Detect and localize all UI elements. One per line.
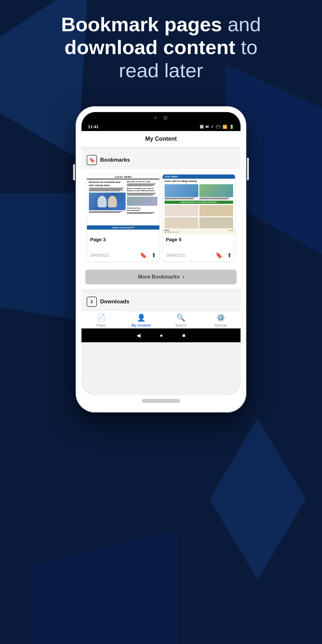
check-icon: ✓ xyxy=(211,125,214,129)
phone-screen: 11:41 🖼 ✉ ✓ 📳 📶 🔋 My Content xyxy=(81,112,241,395)
vibrate-icon: 📳 xyxy=(216,125,221,129)
page5-label: Page 5 xyxy=(166,237,232,242)
bookmark-icon-card1[interactable]: 🔖 xyxy=(140,252,147,259)
bookmark-card-page3[interactable]: LOCAL NEWS Honours for husband and wife … xyxy=(87,174,160,262)
bottom-navigation: 📄 Paper 👤 My Content 🔍 Search ⚙️ Setting… xyxy=(81,311,241,328)
nav-my-content[interactable]: 👤 My Content xyxy=(121,314,161,327)
app-screen: My Content 🔖 Bookmarks xyxy=(81,131,241,395)
hero-section: Bookmark pages and download content to r… xyxy=(0,13,322,82)
search-nav-icon: 🔍 xyxy=(176,314,185,322)
my-content-nav-icon: 👤 xyxy=(137,314,146,322)
sensor-dot xyxy=(154,117,157,119)
newspaper-preview-left: LOCAL NEWS Honours for husband and wife … xyxy=(87,175,159,234)
paper-nav-label: Paper xyxy=(97,323,106,327)
download-icon: ⬇ xyxy=(87,297,97,307)
card1-date: 18/06/2021 xyxy=(90,253,109,258)
bookmarks-title: Bookmarks xyxy=(100,157,130,163)
camera-bar xyxy=(81,112,241,124)
nav-paper[interactable]: 📄 Paper xyxy=(81,314,121,327)
android-back-button[interactable]: ◀ xyxy=(137,332,140,338)
card2-footer: 18/06/2021 🔖 ⬆ xyxy=(163,252,235,261)
status-time: 11:41 xyxy=(88,124,99,129)
email-icon: ✉ xyxy=(205,125,209,129)
battery-icon: 🔋 xyxy=(229,125,234,129)
nav-search[interactable]: 🔍 Search xyxy=(161,314,201,327)
share-icon-card2[interactable]: ⬆ xyxy=(227,252,232,259)
downloads-title: Downloads xyxy=(100,298,129,305)
share-icon-card1[interactable]: ⬆ xyxy=(151,252,156,259)
app-header: My Content xyxy=(81,131,241,147)
settings-nav-icon: ⚙️ xyxy=(216,314,225,322)
newspaper-preview-right: CIVIC NEWS Civic visit to riding charity xyxy=(163,175,235,234)
wifi-icon: 📶 xyxy=(223,125,227,129)
card2-date: 18/06/2021 xyxy=(166,253,185,258)
phone-mockup: 11:41 🖼 ✉ ✓ 📳 📶 🔋 My Content xyxy=(76,106,246,412)
android-navigation-bar: ◀ ● ■ xyxy=(81,328,241,342)
bookmark-thumb-page5: CIVIC NEWS Civic visit to riding charity xyxy=(163,175,235,234)
status-icons: 🖼 ✉ ✓ 📳 📶 🔋 xyxy=(200,125,234,129)
bookmark-section-icon: 🔖 xyxy=(87,155,97,165)
search-nav-label: Search xyxy=(175,323,186,327)
android-recent-button[interactable]: ■ xyxy=(182,333,185,338)
page3-label: Page 3 xyxy=(90,237,156,242)
bookmarks-grid: LOCAL NEWS Honours for husband and wife … xyxy=(81,169,241,267)
downloads-section: ⬇ Downloads xyxy=(81,293,241,311)
front-camera xyxy=(163,116,168,120)
settings-nav-label: Settings xyxy=(214,323,227,327)
app-title: My Content xyxy=(145,136,177,142)
gallery-icon: 🖼 xyxy=(200,125,204,129)
bookmarks-section: 🔖 Bookmarks LOCAL NEWS xyxy=(81,151,241,289)
bookmarks-header: 🔖 Bookmarks xyxy=(81,151,241,169)
my-content-nav-label: My Content xyxy=(131,323,151,327)
bookmark-icon-card2[interactable]: 🔖 xyxy=(215,252,223,259)
bookmark-card-page5[interactable]: CIVIC NEWS Civic visit to riding charity xyxy=(162,174,235,262)
hero-heading: Bookmark pages and download content to r… xyxy=(19,13,303,82)
bookmark-thumb-page3: LOCAL NEWS Honours for husband and wife … xyxy=(87,175,159,234)
android-home-button[interactable]: ● xyxy=(160,333,163,338)
power-button xyxy=(247,158,249,180)
phone-body: 11:41 🖼 ✉ ✓ 📳 📶 🔋 My Content xyxy=(76,106,246,412)
more-bookmarks-container: More Bookmarks › xyxy=(81,267,241,289)
nav-settings[interactable]: ⚙️ Settings xyxy=(201,314,241,327)
card1-footer: 18/06/2021 🔖 ⬆ xyxy=(87,252,159,261)
paper-nav-icon: 📄 xyxy=(97,314,106,322)
status-bar: 11:41 🖼 ✉ ✓ 📳 📶 🔋 xyxy=(81,124,241,131)
volume-button xyxy=(73,164,75,180)
more-bookmarks-button[interactable]: More Bookmarks › xyxy=(85,270,237,284)
chevron-right-icon: › xyxy=(182,274,184,280)
home-gesture-bar xyxy=(142,399,180,403)
